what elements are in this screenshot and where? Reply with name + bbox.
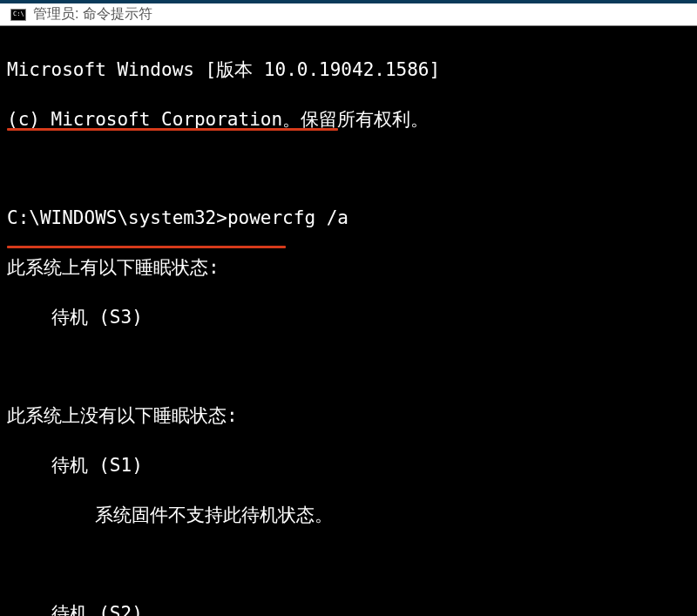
s2-label: 待机 (S2) xyxy=(7,601,690,616)
window-title-bar[interactable]: C:\ 管理员: 命令提示符 xyxy=(0,0,697,26)
prompt-path: C:\WINDOWS\system32> xyxy=(7,207,227,228)
prompt-command: powercfg /a xyxy=(227,207,348,228)
window-title: 管理员: 命令提示符 xyxy=(33,5,152,24)
blank xyxy=(7,552,690,576)
version-line: Microsoft Windows [版本 10.0.19042.1586] xyxy=(7,58,690,82)
s1-reason: 系统固件不支持此待机状态。 xyxy=(7,503,690,527)
cmd-icon: C:\ xyxy=(10,9,26,21)
available-s3: 待机 (S3) xyxy=(7,305,690,329)
terminal-output[interactable]: Microsoft Windows [版本 10.0.19042.1586] (… xyxy=(0,26,697,616)
cmd-icon-text: C:\ xyxy=(13,11,24,17)
annotation-underline-1 xyxy=(7,128,338,131)
prompt-line: C:\WINDOWS\system32>powercfg /a xyxy=(7,206,690,230)
unavailable-header: 此系统上没有以下睡眠状态: xyxy=(7,403,690,428)
blank xyxy=(7,354,690,378)
annotation-underline-2 xyxy=(7,246,286,248)
s1-label: 待机 (S1) xyxy=(7,453,690,477)
available-header: 此系统上有以下睡眠状态: xyxy=(7,255,690,280)
blank xyxy=(7,157,690,181)
